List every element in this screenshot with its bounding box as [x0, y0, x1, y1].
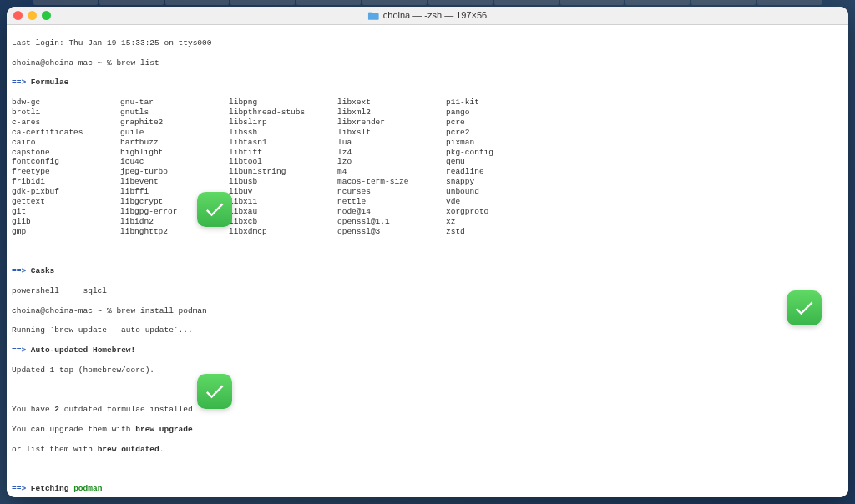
formula-item: bdw-gc — [12, 98, 120, 108]
updated-tap: Updated 1 tap (homebrew/core). — [12, 365, 843, 375]
prompt-brew-list: choina@choina-mac ~ % brew list — [12, 58, 843, 68]
formula-item: gettext — [12, 197, 120, 207]
formula-item: glib — [12, 217, 120, 227]
formula-item: lzo — [337, 157, 446, 167]
formula-item: libtasn1 — [229, 138, 337, 148]
formula-item: lua — [337, 138, 446, 148]
formula-item: gnu-tar — [120, 98, 229, 108]
formula-item: readline — [446, 167, 554, 177]
formula-item: brotli — [12, 108, 120, 118]
formula-item: libxdmcp — [229, 227, 337, 237]
formula-item: libuv — [229, 187, 337, 197]
auto-updated-header: Auto-updated Homebrew! — [31, 345, 135, 355]
outdated-line-1: You have 2 outdated formulae installed. — [12, 405, 843, 415]
arrow-marker: ==> — [12, 78, 26, 87]
formula-item: harfbuzz — [120, 138, 229, 148]
checkmark-overlay-icon — [787, 290, 822, 325]
arrow-marker: ==> — [12, 345, 26, 355]
formula-item: libslirp — [229, 118, 337, 128]
formula-item: guile — [120, 128, 229, 138]
formula-item: xz — [446, 217, 554, 227]
formula-item: libnghttp2 — [120, 227, 229, 237]
formula-item: libxrender — [337, 118, 446, 128]
formula-item: pango — [446, 108, 554, 118]
formula-item: graphite2 — [120, 118, 229, 128]
terminal-content[interactable]: Last login: Thu Jan 19 15:33:25 on ttys0… — [7, 25, 848, 497]
formula-item: libpthread-stubs — [229, 108, 337, 118]
formula-item: pcre2 — [446, 128, 554, 138]
formula-item: m4 — [337, 167, 446, 177]
formula-item: libxcb — [229, 217, 337, 227]
formula-item: libxml2 — [337, 108, 446, 118]
arrow-marker: ==> — [12, 484, 26, 493]
formula-item: qemu — [446, 157, 554, 167]
formula-item: pkg-config — [446, 148, 554, 158]
formula-item: nettle — [337, 197, 446, 207]
folder-icon — [368, 11, 379, 20]
formula-item: libpng — [229, 98, 337, 108]
running-update: Running `brew update --auto-update`... — [12, 325, 843, 335]
formula-item: gdk-pixbuf — [12, 187, 120, 197]
formula-item: cairo — [12, 138, 120, 148]
prompt-brew-install: choina@choina-mac ~ % brew install podma… — [12, 306, 843, 316]
formula-item: snappy — [446, 177, 554, 187]
formula-item: icu4c — [120, 157, 229, 167]
minimize-button[interactable] — [28, 11, 37, 20]
window-title: choina — -zsh — 197×56 — [383, 9, 487, 21]
formula-item: capstone — [12, 148, 120, 158]
formula-item: zstd — [446, 227, 554, 237]
casks-header: Casks — [31, 266, 55, 275]
fetching-header: Fetching — [31, 484, 69, 493]
formula-item: libevent — [120, 177, 229, 187]
formula-item: node@14 — [337, 207, 446, 217]
formula-item: freetype — [12, 167, 120, 177]
traffic-lights — [13, 11, 51, 20]
titlebar[interactable]: choina — -zsh — 197×56 — [7, 7, 848, 25]
formula-item: ca-certificates — [12, 128, 120, 138]
formula-item: vde — [446, 197, 554, 207]
outdated-line-3: or list them with brew outdated. — [12, 445, 843, 455]
formula-item: gnutls — [120, 108, 229, 118]
outdated-line-2: You can upgrade them with brew upgrade — [12, 425, 843, 435]
formula-item: pcre — [446, 118, 554, 128]
formula-item: fribidi — [12, 177, 120, 187]
close-button[interactable] — [13, 11, 23, 20]
formula-item: libtiff — [229, 148, 337, 158]
formulae-list: bdw-gcgnu-tarlibpnglibxextp11-kitbrotlig… — [12, 98, 843, 236]
formula-item: openssl@3 — [337, 227, 446, 237]
formula-item: libxau — [229, 207, 337, 217]
formula-item: fontconfig — [12, 157, 120, 167]
formula-item: p11-kit — [446, 98, 554, 108]
formula-item: libxslt — [337, 128, 446, 138]
formula-item: openssl@1.1 — [337, 217, 446, 227]
arrow-marker: ==> — [12, 266, 26, 275]
formula-item: jpeg-turbo — [120, 167, 229, 177]
formula-item: highlight — [120, 148, 229, 158]
formula-item: git — [12, 207, 120, 217]
checkmark-overlay-icon — [197, 192, 232, 227]
podman-name: podman — [73, 484, 102, 493]
formula-item: libx11 — [229, 197, 337, 207]
casks-list: powershell sqlcl — [12, 286, 843, 296]
formula-item: lz4 — [337, 148, 446, 158]
maximize-button[interactable] — [42, 11, 51, 20]
formula-item: pixman — [446, 138, 554, 148]
formula-item: c-ares — [12, 118, 120, 128]
formula-item: unbound — [446, 187, 554, 197]
terminal-window: choina — -zsh — 197×56 Last login: Thu J… — [7, 7, 848, 497]
formulae-header: Formulae — [31, 78, 69, 87]
formula-item: libtool — [229, 157, 337, 167]
formula-item: gmp — [12, 227, 120, 237]
last-login-line: Last login: Thu Jan 19 15:33:25 on ttys0… — [12, 38, 843, 48]
formula-item: libxext — [337, 98, 446, 108]
window-title-area: choina — -zsh — 197×56 — [368, 9, 487, 21]
browser-tabs-hint — [0, 0, 855, 7]
formula-item: xorgproto — [446, 207, 554, 217]
formula-item: ncurses — [337, 187, 446, 197]
formula-item: libssh — [229, 128, 337, 138]
formula-item: libusb — [229, 177, 337, 187]
checkmark-overlay-icon — [197, 374, 232, 409]
formula-item: libunistring — [229, 167, 337, 177]
formula-item: macos-term-size — [337, 177, 446, 187]
